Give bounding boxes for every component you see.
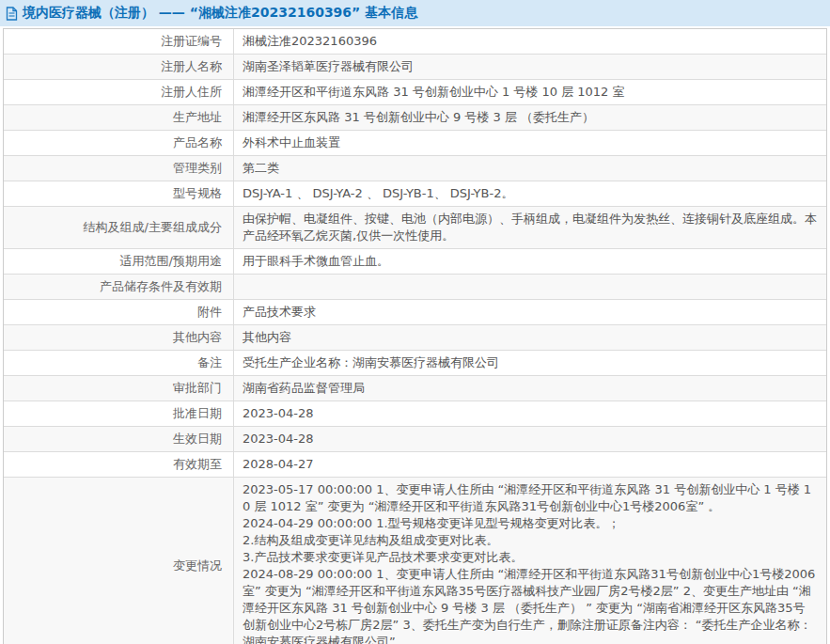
row-value: 湘械注准20232160396 [243,33,377,50]
row-value: DSJ-YA-1 、 DSJ-YA-2 、 DSJ-YB-1、 DSJ-YB-2… [243,185,513,202]
row-label: 变更情况 [4,478,234,644]
table-row-product-name: 产品名称 外科术中止血装置 [4,131,826,156]
row-label: 注册证编号 [4,29,234,54]
row-label: 注册人名称 [4,55,234,79]
row-value: 2023-04-28 [243,431,314,448]
table-row-intended-use: 适用范围/预期用途 用于眼科手术微血管止血。 [4,249,826,275]
table-row-other-content: 其他内容 其他内容 [4,325,826,351]
row-value: 受托生产企业名称：湖南安慕医疗器械有限公司 [243,354,499,371]
table-row-change-history: 变更情况 2023-05-17 00:00:00 1、变更申请人住所由 “湘潭经… [4,478,826,644]
row-label: 生效日期 [4,427,234,451]
row-label: 备注 [4,351,234,375]
table-row-registrant-address: 注册人住所 湘潭经开区和平街道东风路 31 号创新创业中心 1 号楼 10 层 … [4,80,826,105]
table-row-attachments: 附件 产品技术要求 [4,300,826,325]
table-row-approval-date: 批准日期 2023-04-28 [4,401,826,427]
row-label: 有效期至 [4,452,234,477]
table-row-production-address: 生产地址 湘潭经开区东风路 31 号创新创业中心 9 号楼 3 层 （委托生产） [4,105,826,131]
row-label: 批准日期 [4,401,234,426]
page-title-bar: 境内医疗器械（注册） —— “湘械注准20232160396” 基本信息 [0,0,830,26]
page-title: 境内医疗器械（注册） —— “湘械注准20232160396” 基本信息 [23,5,417,22]
row-value: 由保护帽、电凝组件、按键、电池（内部电源）、手柄组成，电凝组件为发热丝、连接铜针… [243,211,817,244]
row-label: 适用范围/预期用途 [4,249,234,274]
table-row-management-category: 管理类别 第二类 [4,156,826,181]
row-value: 外科术中止血装置 [243,134,340,151]
row-value: 湘潭经开区和平街道东风路 31 号创新创业中心 1 号楼 10 层 1012 室 [243,84,625,101]
row-value: 湖南圣泽韬萆医疗器械有限公司 [243,58,414,75]
row-value: 2028-04-27 [243,456,314,473]
row-label: 附件 [4,300,234,324]
table-row-structure-composition: 结构及组成/主要组成成分 由保护帽、电凝组件、按键、电池（内部电源）、手柄组成，… [4,207,826,249]
row-label: 注册人住所 [4,80,234,104]
row-label: 其他内容 [4,325,234,350]
row-label: 型号规格 [4,181,234,206]
table-row-effective-date: 生效日期 2023-04-28 [4,427,826,452]
row-label: 产品储存条件及有效期 [4,275,234,299]
row-value: 2023-04-28 [243,405,314,422]
registration-info-table: 注册证编号 湘械注准20232160396 注册人名称 湖南圣泽韬萆医疗器械有限… [3,28,827,644]
row-value: 产品技术要求 [243,304,316,321]
table-row-storage-conditions: 产品储存条件及有效期 [4,275,826,300]
table-row-model-spec: 型号规格 DSJ-YA-1 、 DSJ-YA-2 、 DSJ-YB-1、 DSJ… [4,181,826,207]
row-label: 管理类别 [4,156,234,181]
row-value: 用于眼科手术微血管止血。 [243,253,389,270]
table-row-registration-number: 注册证编号 湘械注准20232160396 [4,29,826,55]
row-value: 2023-05-17 00:00:00 1、变更申请人住所由 “湘潭经开区和平街… [243,481,817,644]
row-label: 生产地址 [4,105,234,130]
row-label: 审批部门 [4,376,234,401]
row-value: 湘潭经开区东风路 31 号创新创业中心 9 号楼 3 层 （委托生产） [243,109,594,126]
row-label: 产品名称 [4,131,234,155]
row-value: 其他内容 [243,329,291,346]
table-row-approval-department: 审批部门 湖南省药品监督管理局 [4,376,826,401]
table-row-remarks: 备注 受托生产企业名称：湖南安慕医疗器械有限公司 [4,351,826,376]
row-label: 结构及组成/主要组成成分 [4,207,234,248]
document-icon [6,7,18,21]
row-value: 第二类 [243,160,279,177]
table-row-registrant-name: 注册人名称 湖南圣泽韬萆医疗器械有限公司 [4,55,826,80]
table-row-expiry-date: 有效期至 2028-04-27 [4,452,826,478]
row-value: 湖南省药品监督管理局 [243,380,365,397]
